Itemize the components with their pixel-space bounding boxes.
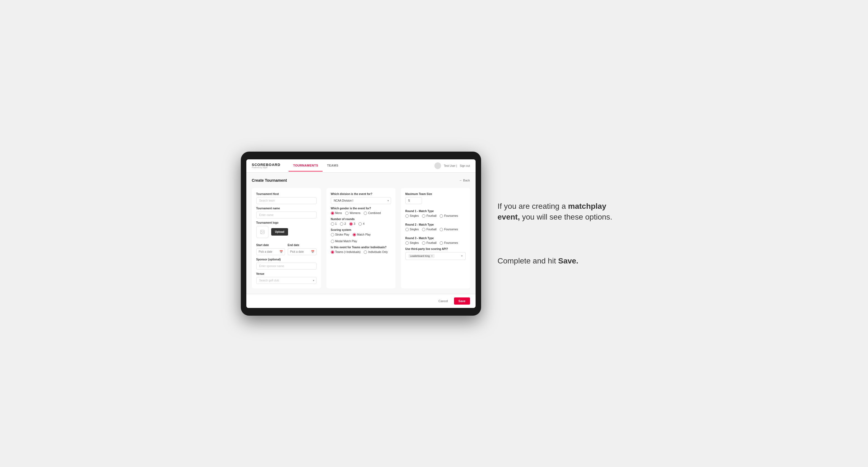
sponsor-input[interactable] [256, 262, 316, 270]
rounds-3-radio[interactable] [349, 222, 353, 226]
round1-foursomes-radio[interactable] [440, 214, 443, 218]
rounds-2-radio[interactable] [340, 222, 343, 226]
round2-singles-label: Singles [410, 228, 419, 231]
tournament-logo-field: Tournament logo Upload [256, 221, 316, 238]
start-date-icon: 📅 [279, 250, 283, 253]
api-select-box[interactable]: Leaderboard King ✕ ▾ [405, 252, 466, 260]
rounds-2-label: 2 [344, 222, 346, 225]
scoring-stroke-play-radio[interactable] [331, 233, 334, 237]
round1-singles-label: Singles [410, 214, 419, 217]
scoring-stroke-play[interactable]: Stroke Play [331, 233, 349, 237]
api-tag-close[interactable]: ✕ [431, 255, 433, 257]
tournament-name-input[interactable] [256, 212, 316, 218]
svg-point-1 [261, 231, 262, 231]
gender-womens-radio[interactable] [345, 212, 348, 215]
round2-singles[interactable]: Singles [405, 228, 419, 231]
round1-foursomes-label: Foursomes [444, 214, 458, 217]
venue-field: Venue ▾ [256, 272, 316, 284]
nav-teams[interactable]: TEAMS [322, 160, 343, 172]
scoring-match-play-radio[interactable] [353, 233, 356, 237]
venue-input[interactable] [256, 277, 316, 284]
third-party-api-field: Use third-party live scoring API? Leader… [405, 247, 466, 260]
round1-match-type: Round 1 - Match Type Singles Fourball [405, 210, 466, 218]
rounds-1[interactable]: 1 [331, 222, 337, 226]
venue-select-wrapper: ▾ [256, 277, 316, 284]
upload-button[interactable]: Upload [271, 228, 288, 236]
gender-mens-radio[interactable] [331, 212, 334, 215]
logo-placeholder [256, 226, 269, 238]
gender-combined-radio[interactable] [364, 212, 367, 215]
api-select-arrow: ▾ [461, 254, 463, 257]
venue-label: Venue [256, 272, 316, 275]
end-date-label: End date [288, 244, 316, 247]
round1-singles-radio[interactable] [405, 214, 409, 218]
save-button[interactable]: Save [454, 298, 470, 305]
round1-fourball-radio[interactable] [422, 214, 425, 218]
scoring-system-radio-group: Stroke Play Match Play Medal Match Play [331, 233, 391, 243]
max-team-size-label: Maximum Team Size [405, 192, 466, 195]
rounds-3-label: 3 [354, 222, 355, 225]
round3-fourball-radio[interactable] [422, 241, 425, 245]
rounds-4[interactable]: 4 [359, 222, 365, 226]
rounds-2[interactable]: 2 [340, 222, 346, 226]
scoring-medal-match[interactable]: Medal Match Play [331, 240, 357, 243]
round3-foursomes[interactable]: Foursomes [440, 241, 458, 245]
back-button[interactable]: ← Back [459, 179, 470, 182]
event-individuals[interactable]: Individuals Only [364, 250, 388, 254]
round1-singles[interactable]: Singles [405, 214, 419, 218]
annotation-top-text2: you will see these options. [520, 213, 612, 221]
dates-row: Start date 📅 End date 📅 [256, 244, 316, 255]
start-date-field: Start date 📅 [256, 244, 285, 255]
logo-upload-area: Upload [256, 226, 316, 238]
api-tag: Leaderboard King ✕ [408, 254, 435, 258]
tournament-host-label: Tournament Host [256, 192, 316, 195]
gender-womens[interactable]: Womens [345, 212, 361, 215]
rounds-4-radio[interactable] [359, 222, 362, 226]
tournament-host-field: Tournament Host [256, 192, 316, 204]
form-grid: Tournament Host Tournament name To [252, 188, 470, 288]
round3-match-type: Round 3 - Match Type Singles Fourball [405, 237, 466, 245]
max-team-size-field: Maximum Team Size [405, 192, 466, 204]
tournament-name-field: Tournament name [256, 207, 316, 218]
brand-title: SCOREBOARD [252, 163, 281, 166]
gender-combined[interactable]: Combined [364, 212, 381, 215]
gender-mens[interactable]: Mens [331, 212, 342, 215]
round3-foursomes-label: Foursomes [444, 241, 458, 244]
round1-foursomes[interactable]: Foursomes [440, 214, 458, 218]
round3-fourball[interactable]: Fourball [422, 241, 436, 245]
signout-link[interactable]: Sign out [460, 164, 470, 167]
round1-fourball[interactable]: Fourball [422, 214, 436, 218]
round3-label: Round 3 - Match Type [405, 237, 466, 240]
round1-options: Singles Fourball Foursomes [405, 214, 466, 218]
division-select[interactable]: NCAA Division I NCAA Division II NCAA Di… [331, 197, 391, 204]
rounds-3[interactable]: 3 [349, 222, 355, 226]
scoring-medal-match-label: Medal Match Play [335, 240, 357, 243]
scoring-medal-match-radio[interactable] [331, 240, 334, 243]
max-team-size-input[interactable] [405, 197, 422, 204]
round2-fourball[interactable]: Fourball [422, 228, 436, 231]
round3-singles[interactable]: Singles [405, 241, 419, 245]
round3-fourball-label: Fourball [426, 241, 436, 244]
division-label: Which division is the event for? [331, 192, 391, 195]
round2-fourball-radio[interactable] [422, 228, 425, 231]
event-teams[interactable]: Teams (+Individuals) [331, 250, 361, 254]
api-tag-text: Leaderboard King [410, 255, 430, 257]
nav-tournaments[interactable]: TOURNAMENTS [288, 160, 322, 172]
round3-singles-radio[interactable] [405, 241, 409, 245]
event-individuals-radio[interactable] [364, 250, 367, 254]
event-type-label: Is this event for Teams and/or Individua… [331, 246, 391, 249]
rounds-1-radio[interactable] [331, 222, 334, 226]
tournament-host-input[interactable] [256, 197, 316, 204]
round2-foursomes-radio[interactable] [440, 228, 443, 231]
round2-singles-radio[interactable] [405, 228, 409, 231]
event-teams-radio[interactable] [331, 250, 334, 254]
round3-singles-label: Singles [410, 241, 419, 244]
round3-foursomes-radio[interactable] [440, 241, 443, 245]
right-column: Maximum Team Size Round 1 - Match Type S… [401, 188, 470, 288]
tournament-name-label: Tournament name [256, 207, 316, 210]
event-type-field: Is this event for Teams and/or Individua… [331, 246, 391, 254]
round2-label: Round 2 - Match Type [405, 223, 466, 226]
scoring-match-play[interactable]: Match Play [353, 233, 371, 237]
round2-foursomes[interactable]: Foursomes [440, 228, 458, 231]
cancel-button[interactable]: Cancel [435, 298, 451, 305]
